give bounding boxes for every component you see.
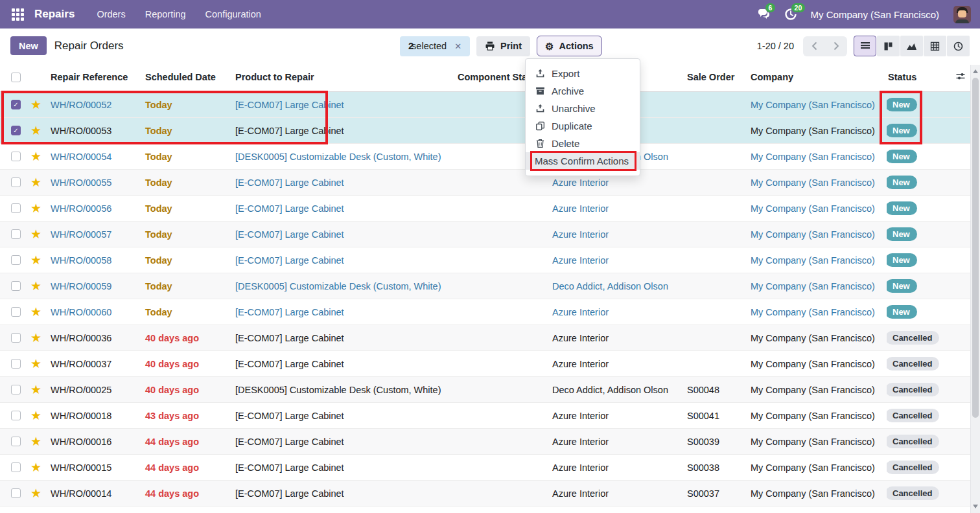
favorite-star-icon[interactable]: ★ [30,280,41,292]
table-row[interactable]: ★ WH/RO/00036 40 days ago [E-COM07] Larg… [0,325,980,351]
dropdown-item-mass-confirm-actions[interactable]: Mass Confirm Actions [526,152,640,170]
row-checkbox[interactable] [11,177,21,187]
table-row[interactable]: ★ WH/RO/00016 44 days ago [E-COM07] Larg… [0,429,980,455]
app-name[interactable]: Repairs [34,8,75,21]
row-checkbox[interactable] [11,203,21,213]
table-row[interactable]: ★ WH/RO/00054 Today [DESK0005] Customiza… [0,144,980,170]
column-header-repair-reference[interactable]: Repair Reference [49,72,144,82]
favorite-star-icon[interactable]: ★ [30,383,41,396]
favorite-star-icon[interactable]: ★ [30,306,41,318]
table-row[interactable]: ★ WH/RO/00018 43 days ago [E-COM07] Larg… [0,403,980,429]
pager-next-icon[interactable] [825,36,847,56]
row-checkbox[interactable] [11,229,21,239]
list-view-button[interactable] [854,36,876,56]
cell-company: My Company (San Francisco) [749,281,887,291]
kanban-view-button[interactable] [877,36,900,56]
cell-scheduled-date: 40 days ago [145,333,199,343]
user-company-name[interactable]: My Company (San Francisco) [811,9,939,20]
table-row[interactable]: ★ WH/RO/00060 Today [E-COM07] Large Cabi… [0,299,980,325]
clear-selection-icon[interactable]: ✕ [454,41,461,51]
row-checkbox[interactable]: ✓ [11,126,21,135]
table-row[interactable]: ✓ ★ WH/RO/00052 Today [E-COM07] Large Ca… [0,92,980,118]
column-header-product-to-repair[interactable]: Product to Repair [234,72,456,82]
pivot-view-button[interactable] [924,36,946,56]
row-checkbox[interactable] [11,411,21,420]
row-checkbox[interactable] [11,462,21,472]
table-row[interactable]: ★ WH/RO/00058 Today [E-COM07] Large Cabi… [0,247,980,273]
row-checkbox[interactable] [11,255,21,265]
row-checkbox[interactable] [11,359,21,369]
favorite-star-icon[interactable]: ★ [30,228,41,240]
table-row[interactable]: ★ WH/RO/00015 44 days ago [E-COM07] Larg… [0,455,980,481]
adjust-columns-icon[interactable] [955,71,970,84]
row-checkbox[interactable] [11,488,21,498]
cell-scheduled-date: Today [145,255,172,266]
graph-view-button[interactable] [900,36,923,56]
favorite-star-icon[interactable]: ★ [30,409,41,422]
table-row[interactable]: ★ WH/RO/00014 44 days ago [E-COM07] Larg… [0,481,980,507]
favorite-star-icon[interactable]: ★ [30,150,41,163]
status-badge: New [887,176,917,189]
menu-configuration[interactable]: Configuration [205,9,261,19]
column-header-scheduled-date[interactable]: Scheduled Date [144,72,234,82]
pager-previous-icon[interactable] [803,36,825,56]
user-avatar[interactable] [953,6,971,23]
vertical-scrollbar[interactable] [970,65,980,513]
column-header-status[interactable]: Status [887,72,955,82]
cell-company: My Company (San Francisco) [749,488,887,499]
cell-repair-reference: WH/RO/00014 [49,488,144,499]
row-checkbox[interactable] [11,385,21,394]
favorite-star-icon[interactable]: ★ [30,358,41,370]
actions-button[interactable]: ⚙ Actions [537,36,602,56]
row-checkbox[interactable] [11,307,21,317]
favorite-star-icon[interactable]: ★ [30,487,41,499]
cell-repair-reference: WH/RO/00055 [49,177,144,188]
scrollbar-thumb[interactable] [972,78,979,418]
favorite-star-icon[interactable]: ★ [30,435,41,448]
messages-icon[interactable]: 6 [758,7,772,21]
dropdown-item-unarchive[interactable]: Unarchive [526,100,640,117]
favorite-star-icon[interactable]: ★ [30,98,41,111]
table-row[interactable]: ★ WH/RO/00059 Today [DESK0005] Customiza… [0,273,980,299]
column-header-sale-order[interactable]: Sale Order [686,72,749,82]
dropdown-item-archive[interactable]: Archive [526,82,640,100]
favorite-star-icon[interactable]: ★ [30,332,41,344]
scroll-down-icon[interactable] [973,505,978,508]
menu-reporting[interactable]: Reporting [145,9,186,19]
column-header-company[interactable]: Company [749,72,887,82]
cell-sale-order: S00048 [686,385,749,395]
favorite-star-icon[interactable]: ★ [30,461,41,473]
row-checkbox[interactable] [11,281,21,291]
dropdown-item-label: Unarchive [552,103,596,114]
activities-icon[interactable]: 20 [784,7,798,21]
table-row[interactable]: ★ WH/RO/00055 Today [E-COM07] Large Cabi… [0,170,980,196]
table-row[interactable]: ★ WH/RO/00025 40 days ago [DESK0005] Cus… [0,377,980,403]
cell-product-to-repair: [E-COM07] Large Cabinet [234,462,456,473]
dropdown-item-duplicate[interactable]: Duplicate [526,117,640,135]
table-row[interactable]: ✓ ★ WH/RO/00053 Today [E-COM07] Large Ca… [0,118,980,144]
cell-product-to-repair: [E-COM07] Large Cabinet [234,229,456,240]
activity-view-button[interactable] [947,36,970,56]
apps-menu-icon[interactable] [12,8,24,21]
row-checkbox[interactable]: ✓ [11,100,21,109]
favorite-star-icon[interactable]: ★ [30,202,41,214]
table-row[interactable]: ★ WH/RO/00057 Today [E-COM07] Large Cabi… [0,222,980,247]
print-button[interactable]: Print [476,36,530,56]
favorite-star-icon[interactable]: ★ [30,124,41,137]
select-all-checkbox[interactable] [11,73,21,82]
row-checkbox[interactable] [11,437,21,446]
cell-repair-reference: WH/RO/00054 [49,152,144,162]
view-switcher [854,36,970,56]
dropdown-item-export[interactable]: Export [526,65,640,82]
new-button[interactable]: New [10,36,47,55]
menu-orders[interactable]: Orders [97,9,125,19]
activity-view-icon [953,41,963,51]
favorite-star-icon[interactable]: ★ [30,254,41,266]
table-row[interactable]: ★ WH/RO/00056 Today [E-COM07] Large Cabi… [0,196,980,222]
favorite-star-icon[interactable]: ★ [30,176,41,188]
row-checkbox[interactable] [11,333,21,343]
table-row[interactable]: ★ WH/RO/00037 40 days ago [E-COM07] Larg… [0,351,980,377]
scroll-up-icon[interactable] [973,69,978,73]
row-checkbox[interactable] [11,152,21,161]
dropdown-item-delete[interactable]: Delete [526,135,640,152]
